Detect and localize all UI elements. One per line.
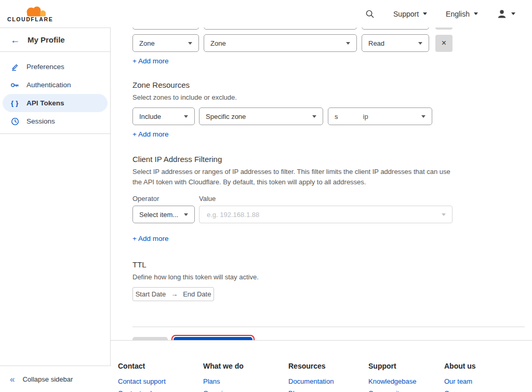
- chevron-down-icon: [346, 42, 350, 45]
- search-icon[interactable]: [365, 9, 375, 19]
- user-icon: [497, 9, 507, 19]
- ttl-description: Define how long this token will stay act…: [132, 272, 525, 282]
- ip-filtering-row: Select item...: [132, 206, 525, 223]
- permission-row: Zone Zone Read ×: [132, 34, 525, 52]
- add-zone-resource-link[interactable]: + Add more: [132, 130, 168, 138]
- sidebar-header: ← My Profile: [0, 28, 110, 52]
- support-menu[interactable]: Support: [393, 10, 427, 18]
- footer-link[interactable]: Overview: [203, 387, 288, 392]
- pencil-icon: [10, 63, 19, 71]
- sidebar-title: My Profile: [28, 35, 65, 44]
- arrow-right-icon: →: [171, 290, 178, 298]
- footer-heading: About us: [444, 362, 529, 370]
- sidebar-item-authentication[interactable]: Authentication: [0, 76, 110, 94]
- start-date-label: Start Date: [136, 290, 166, 298]
- footer-link[interactable]: Plans: [203, 375, 288, 387]
- brand-wordmark: CLOUDFLARE: [7, 16, 57, 22]
- chevron-down-icon: [474, 12, 478, 15]
- chevron-down-icon: [184, 213, 188, 216]
- zone-scope-value: Specific zone: [206, 113, 246, 120]
- token-form: Zone Zone Read × + Add more Zone Resourc…: [111, 0, 532, 340]
- footer-link[interactable]: Careers: [444, 387, 529, 392]
- form-actions: Cancel Continue to summary: [132, 335, 525, 340]
- footer-column-support: Support Knowledgebase Community: [368, 362, 444, 392]
- chevron-down-icon: [423, 12, 427, 15]
- zone-resources-title: Zone Resources: [132, 80, 525, 89]
- key-icon: [10, 81, 19, 89]
- footer-heading: Resources: [288, 362, 368, 370]
- chevron-down-icon: [188, 42, 192, 45]
- back-arrow-icon[interactable]: ←: [10, 35, 20, 45]
- add-ip-filter-link[interactable]: + Add more: [132, 235, 168, 242]
- zone-name-dropdown[interactable]: s ip: [328, 107, 432, 125]
- scope-dropdown-value: Zone: [139, 39, 155, 47]
- sidebar-nav: Preferences Authentication { } API Token…: [0, 52, 110, 134]
- access-dropdown[interactable]: Read: [362, 34, 429, 52]
- permission-group-dropdown[interactable]: Zone: [204, 34, 357, 52]
- footer-link[interactable]: Contact support: [118, 375, 203, 387]
- footer-link[interactable]: Our team: [444, 375, 529, 387]
- chevron-down-icon: [442, 213, 446, 216]
- form-divider: [132, 327, 525, 327]
- chevron-down-icon: [418, 42, 422, 45]
- language-menu[interactable]: English: [446, 10, 478, 18]
- chevron-down-icon: [312, 115, 316, 118]
- support-menu-label: Support: [393, 10, 419, 18]
- braces-icon: { }: [10, 100, 19, 107]
- footer-link[interactable]: Blog: [288, 387, 368, 392]
- sidebar-item-sessions[interactable]: Sessions: [0, 112, 110, 130]
- operator-label: Operator: [132, 195, 199, 202]
- language-menu-label: English: [446, 10, 470, 18]
- sidebar-item-label: API Tokens: [26, 99, 64, 107]
- zone-resources-row: Include Specific zone s ip: [132, 107, 525, 125]
- footer-link[interactable]: Knowledgebase: [368, 375, 444, 387]
- footer-column-contact: Contact Contact support Contact sales: [118, 362, 203, 392]
- footer-column-resources: Resources Documentation Blog: [288, 362, 368, 392]
- include-exclude-value: Include: [139, 113, 161, 120]
- footer-link[interactable]: Documentation: [288, 375, 368, 387]
- zone-name-fragment: s: [335, 113, 338, 120]
- collapse-sidebar-label: Collapse sidebar: [22, 375, 73, 383]
- cloudflare-logo[interactable]: CLOUDFLARE: [7, 5, 57, 22]
- chevron-down-icon: [421, 115, 425, 118]
- remove-permission-button[interactable]: ×: [435, 35, 453, 52]
- scope-dropdown[interactable]: Zone: [132, 34, 199, 52]
- collapse-chevrons-icon: «: [10, 375, 15, 384]
- ip-value-input[interactable]: [206, 210, 442, 219]
- footer-link[interactable]: Community: [368, 387, 444, 392]
- zone-name-fragment: ip: [363, 113, 368, 120]
- zone-scope-dropdown[interactable]: Specific zone: [199, 107, 323, 125]
- sidebar-item-preferences[interactable]: Preferences: [0, 58, 110, 76]
- permission-group-dropdown-value: Zone: [210, 39, 226, 47]
- add-permission-link[interactable]: + Add more: [132, 57, 168, 65]
- operator-dropdown-value: Select item...: [139, 211, 178, 219]
- date-range-picker[interactable]: Start Date → End Date: [132, 287, 214, 301]
- footer-heading: What we do: [203, 362, 288, 370]
- ip-filtering-description: Select IP addresses or ranges of IP addr…: [132, 167, 461, 187]
- click-highlight-ring: Continue to summary: [171, 335, 255, 340]
- operator-dropdown[interactable]: Select item...: [132, 206, 195, 223]
- zone-resources-description: Select zones to include or exclude.: [132, 92, 525, 103]
- ip-value-combobox[interactable]: [199, 206, 453, 223]
- ttl-title: TTL: [132, 260, 525, 269]
- sidebar-item-api-tokens[interactable]: { } API Tokens: [3, 94, 108, 112]
- sidebar: ← My Profile Preferences Authenti: [0, 28, 111, 366]
- end-date-label: End Date: [183, 290, 211, 298]
- chevron-down-icon: [184, 115, 188, 118]
- sidebar-item-label: Authentication: [26, 81, 71, 89]
- ip-filtering-labels: Operator Value: [132, 195, 525, 202]
- collapse-sidebar-button[interactable]: « Collapse sidebar: [0, 366, 111, 392]
- page-footer: Contact Contact support Contact sales Wh…: [111, 340, 532, 392]
- footer-column-what-we-do: What we do Plans Overview: [203, 362, 288, 392]
- ip-filtering-title: Client IP Address Filtering: [132, 155, 525, 164]
- access-dropdown-value: Read: [368, 39, 384, 47]
- sidebar-item-label: Sessions: [26, 117, 55, 125]
- clock-icon: [10, 117, 19, 126]
- footer-heading: Contact: [118, 362, 203, 370]
- cloudflare-cloud-icon: [23, 5, 48, 17]
- footer-heading: Support: [368, 362, 444, 370]
- account-menu[interactable]: [497, 9, 515, 19]
- footer-link[interactable]: Contact sales: [118, 387, 203, 392]
- chevron-down-icon: [511, 12, 515, 15]
- include-exclude-dropdown[interactable]: Include: [132, 107, 195, 125]
